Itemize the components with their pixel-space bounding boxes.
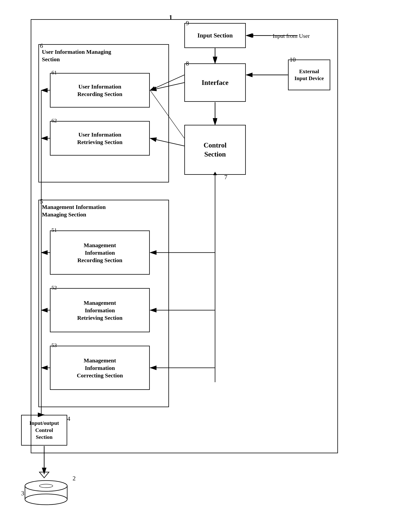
- label-52: 52: [51, 285, 57, 291]
- label-4: 4: [67, 415, 70, 422]
- io-control-box: Input/outputControlSection: [21, 415, 67, 446]
- control-section-box: ControlSection: [184, 125, 246, 175]
- label-8: 8: [186, 60, 189, 67]
- label-1: 1: [169, 13, 172, 21]
- input-section-text: Input Section: [197, 32, 233, 40]
- mgmt-retrieving-box: ManagementInformationRetrieving Section: [50, 288, 150, 332]
- svg-point-2: [39, 484, 53, 488]
- label-61: 61: [51, 70, 57, 76]
- external-input-device-box: ExternalInput Device: [288, 60, 330, 90]
- label-9: 9: [186, 19, 189, 27]
- user-managing-box: [38, 44, 169, 183]
- mgmt-retrieving-text: ManagementInformationRetrieving Section: [77, 299, 122, 322]
- label-53: 53: [51, 342, 57, 348]
- interface-text: Interface: [202, 78, 228, 87]
- mgmt-managing-label: Management InformationManaging Section: [40, 201, 108, 220]
- user-retrieving-text: User InformationRetrieving Section: [77, 131, 122, 146]
- svg-point-1: [25, 481, 67, 491]
- external-input-device-text: ExternalInput Device: [294, 68, 324, 82]
- control-section-text: ControlSection: [203, 141, 226, 159]
- input-from-user-label: Input from User: [273, 33, 310, 39]
- io-control-text: Input/outputControlSection: [29, 420, 59, 441]
- mgmt-recording-box: ManagementInformationRecording Section: [50, 230, 150, 275]
- label-51: 51: [51, 227, 57, 233]
- user-recording-text: User InformationRecording Section: [77, 83, 122, 98]
- label-7: 7: [224, 174, 227, 181]
- label-5: 5: [40, 198, 43, 205]
- user-retrieving-box: User InformationRetrieving Section: [50, 121, 150, 156]
- user-managing-label: User Information ManagingSection: [40, 46, 113, 65]
- svg-point-0: [25, 494, 67, 505]
- interface-box: Interface: [184, 63, 246, 102]
- disk-shape: [21, 474, 71, 505]
- label-2: 2: [73, 475, 76, 482]
- user-recording-box: User InformationRecording Section: [50, 73, 150, 108]
- label-62: 62: [51, 118, 57, 124]
- label-6: 6: [40, 42, 43, 49]
- mgmt-recording-text: ManagementInformationRecording Section: [77, 241, 122, 264]
- input-section-box: Input Section: [184, 23, 246, 48]
- mgmt-correcting-box: ManagementInformationCorrecting Section: [50, 346, 150, 390]
- label-10: 10: [290, 56, 296, 63]
- label-3: 3: [21, 490, 24, 497]
- mgmt-correcting-text: ManagementInformationCorrecting Section: [77, 357, 123, 379]
